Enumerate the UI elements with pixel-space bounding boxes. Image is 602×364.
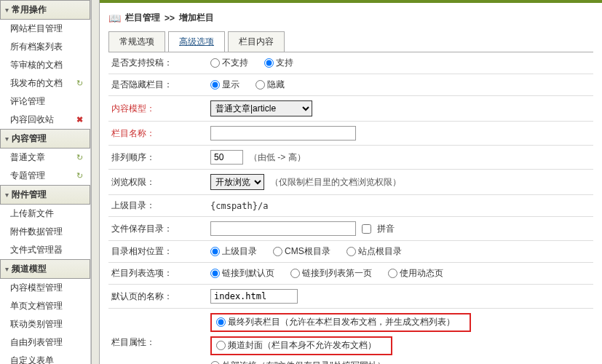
sidebar-item-label: 所有档案列表	[10, 41, 63, 53]
sidebar-group-header[interactable]: ▾内容管理	[0, 129, 90, 149]
radio-attr-channel[interactable]	[216, 341, 226, 350]
chevron-down-icon: ▾	[5, 6, 9, 14]
sidebar-item-label: 我发布的文档	[10, 77, 63, 90]
sidebar-item[interactable]: 联动类别管理	[0, 315, 90, 333]
sidebar-item[interactable]: 自定义表单	[0, 352, 90, 364]
label-listopt: 栏目列表选项：	[108, 267, 210, 280]
sidebar-item-label: 上传新文件	[10, 207, 54, 220]
select-browse-perm[interactable]: 开放浏览	[210, 174, 264, 190]
label-relpos: 目录相对位置：	[108, 245, 210, 258]
breadcrumb-sep: >>	[165, 13, 175, 23]
input-save-dir[interactable]	[210, 221, 356, 236]
label-default: 默认页的名称：	[108, 290, 210, 303]
radio-listopt-dynamic[interactable]	[388, 269, 397, 278]
sidebar-item[interactable]: 文件式管理器	[0, 241, 90, 259]
sidebar-item[interactable]: 所有档案列表	[0, 38, 90, 56]
tabs: 常规选项 高级选项 栏目内容	[108, 31, 593, 52]
sidebar-item-label: 文件式管理器	[10, 244, 63, 256]
close-icon[interactable]: ✖	[76, 115, 83, 124]
sidebar-item[interactable]: 我发布的文档↻	[0, 74, 90, 92]
sidebar-item[interactable]: 上传新文件	[0, 205, 90, 223]
sidebar: ▾常用操作网站栏目管理所有档案列表等审核的文档我发布的文档↻评论管理内容回收站✖…	[0, 0, 91, 364]
sidebar-item[interactable]: 网站栏目管理	[0, 20, 90, 38]
sidebar-item-label: 普通文章	[10, 151, 45, 164]
label-name: 栏目名称：	[108, 127, 210, 140]
breadcrumb-b: 增加栏目	[179, 12, 214, 24]
chevron-down-icon: ▾	[5, 135, 9, 143]
radio-tougao-no[interactable]	[210, 58, 220, 68]
breadcrumb: 📖 栏目管理 >> 增加栏目	[108, 9, 593, 31]
label-perm: 浏览权限：	[108, 176, 210, 189]
sidebar-item-label: 自定义表单	[10, 355, 54, 364]
label-parent: 上级目录：	[108, 199, 210, 212]
sidebar-item-label: 附件数据管理	[10, 226, 63, 238]
hint-order: （由低 -> 高）	[249, 151, 306, 164]
sidebar-item[interactable]: 附件数据管理	[0, 223, 90, 241]
label-order: 排列顺序：	[108, 151, 210, 164]
sidebar-group-header[interactable]: ▾附件管理	[0, 185, 90, 205]
sidebar-group-header[interactable]: ▾常用操作	[0, 0, 90, 20]
radio-listopt-first[interactable]	[290, 269, 300, 278]
form-body: 是否支持投稿： 不支持 支持 是否隐藏栏目： 显示 隐藏 内容模型： 普通文章|…	[108, 52, 593, 364]
tab-general[interactable]: 常规选项	[108, 31, 165, 52]
top-accent-bar	[100, 0, 602, 3]
radio-relpos-parent[interactable]	[210, 247, 220, 256]
label-tougao: 是否支持投稿：	[108, 57, 210, 69]
chevron-down-icon: ▾	[5, 191, 9, 199]
radio-relpos-cmsroot[interactable]	[273, 247, 282, 256]
input-column-name[interactable]	[210, 126, 356, 141]
radio-tougao-yes[interactable]	[264, 58, 274, 68]
chevron-down-icon: ▾	[5, 265, 9, 273]
sidebar-item[interactable]: 等审核的文档	[0, 56, 90, 74]
label-savedir: 文件保存目录：	[108, 223, 210, 235]
sidebar-item[interactable]: 专题管理↻	[0, 167, 90, 185]
radio-listopt-default[interactable]	[210, 269, 220, 278]
tab-advanced[interactable]: 高级选项	[168, 31, 225, 52]
label-model: 内容模型：	[108, 103, 210, 115]
label-attr: 栏目属性：	[108, 336, 210, 349]
sidebar-item[interactable]: 评论管理	[0, 92, 90, 111]
sidebar-item-label: 等审核的文档	[10, 59, 63, 71]
select-content-model[interactable]: 普通文章|article	[210, 100, 312, 116]
sidebar-item-label: 评论管理	[10, 95, 45, 108]
sidebar-item-label: 内容模型管理	[10, 282, 63, 294]
value-parent-dir: {cmspath}/a	[210, 201, 268, 211]
label-hidden: 是否隐藏栏目：	[108, 79, 210, 91]
sidebar-item-label: 专题管理	[10, 170, 45, 182]
radio-attr-external[interactable]	[210, 361, 220, 364]
radio-attr-finallist[interactable]	[216, 317, 226, 327]
main-content: 📖 栏目管理 >> 增加栏目 常规选项 高级选项 栏目内容 是否支持投稿： 不支…	[100, 0, 602, 364]
hint-perm: （仅限制栏目里的文档浏览权限）	[270, 176, 401, 189]
label-pinyin: 拼音	[377, 223, 395, 235]
input-default-page[interactable]	[210, 289, 298, 304]
radio-relpos-siteroot[interactable]	[346, 247, 356, 256]
tab-content[interactable]: 栏目内容	[228, 31, 285, 52]
refresh-icon[interactable]: ↻	[76, 153, 83, 162]
sidebar-item[interactable]: 自由列表管理	[0, 333, 90, 352]
radio-hidden-hide[interactable]	[256, 80, 265, 90]
book-icon: 📖	[108, 12, 121, 24]
sidebar-item[interactable]: 内容模型管理	[0, 279, 90, 297]
input-sort-order[interactable]	[210, 150, 243, 165]
sidebar-item-label: 自由列表管理	[10, 336, 63, 349]
sidebar-item-label: 网站栏目管理	[10, 23, 63, 35]
radio-hidden-show[interactable]	[210, 80, 220, 90]
refresh-icon[interactable]: ↻	[76, 79, 83, 88]
sidebar-item-label: 内容回收站	[10, 114, 54, 126]
checkbox-pinyin[interactable]	[362, 224, 371, 234]
vertical-splitter[interactable]	[91, 0, 100, 364]
sidebar-item-label: 联动类别管理	[10, 318, 63, 331]
breadcrumb-a[interactable]: 栏目管理	[125, 12, 160, 24]
sidebar-item[interactable]: 单页文档管理	[0, 297, 90, 315]
sidebar-item-label: 单页文档管理	[10, 300, 63, 312]
sidebar-group-header[interactable]: ▾频道模型	[0, 259, 90, 279]
sidebar-item[interactable]: 普通文章↻	[0, 149, 90, 167]
refresh-icon[interactable]: ↻	[76, 171, 83, 181]
sidebar-item[interactable]: 内容回收站✖	[0, 111, 90, 129]
